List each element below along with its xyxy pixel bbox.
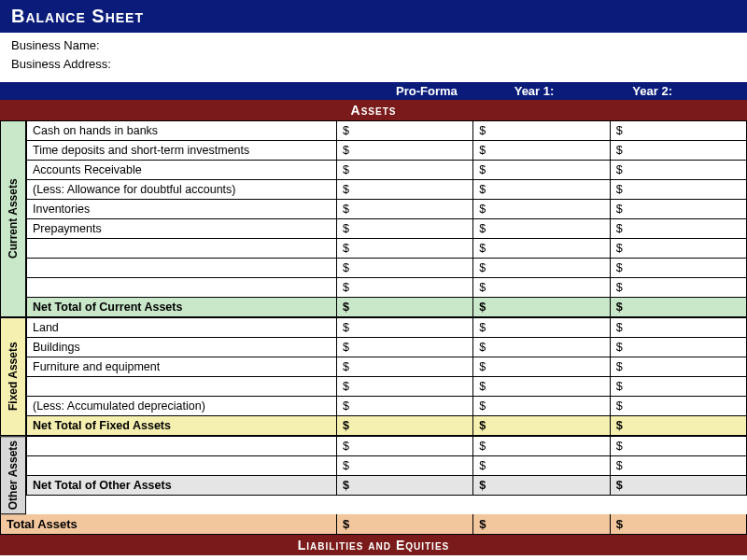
cell[interactable]: $ — [337, 357, 473, 376]
cell: $ — [337, 416, 473, 435]
table-row: $$$ — [26, 377, 747, 397]
row-desc: Accounts Receivable — [26, 161, 337, 179]
cell[interactable]: $ — [611, 180, 747, 199]
cell: $ — [611, 514, 747, 534]
cell[interactable]: $ — [473, 121, 610, 140]
row-desc: (Less: Allowance for doubtful accounts) — [26, 180, 337, 199]
cell: $ — [611, 476, 747, 495]
cell[interactable]: $ — [337, 141, 473, 160]
row-desc: Prepayments — [26, 219, 337, 238]
total-assets-label: Total Assets — [0, 514, 337, 534]
cell[interactable]: $ — [473, 180, 610, 199]
cell[interactable]: $ — [337, 259, 473, 277]
cell[interactable]: $ — [337, 318, 473, 337]
cell[interactable]: $ — [611, 318, 747, 337]
cell[interactable]: $ — [611, 259, 747, 277]
business-address-label: Business Address: — [11, 55, 736, 74]
row-desc[interactable] — [26, 456, 337, 475]
cell[interactable]: $ — [473, 239, 610, 258]
cell[interactable]: $ — [611, 357, 747, 376]
cell[interactable]: $ — [473, 456, 610, 475]
row-desc: (Less: Accumulated depreciation) — [26, 397, 337, 415]
cell[interactable]: $ — [473, 397, 610, 415]
cell[interactable]: $ — [611, 121, 747, 140]
cell[interactable]: $ — [473, 357, 610, 376]
row-desc: Time deposits and short-term investments — [26, 141, 337, 160]
row-desc: Furniture and equipment — [26, 357, 337, 376]
cell[interactable]: $ — [337, 219, 473, 238]
cell: $ — [473, 514, 610, 534]
table-row: Furniture and equipment$$$ — [26, 357, 747, 377]
cell[interactable]: $ — [611, 377, 747, 396]
cell[interactable]: $ — [473, 278, 610, 297]
cell[interactable]: $ — [473, 338, 610, 357]
cell[interactable]: $ — [473, 259, 610, 277]
row-desc[interactable] — [26, 239, 337, 258]
cell[interactable]: $ — [611, 278, 747, 297]
row-desc[interactable] — [26, 437, 337, 455]
net-fixed-assets: Net Total of Fixed Assets$$$ — [26, 416, 747, 436]
row-desc: Inventories — [26, 200, 337, 218]
cell[interactable]: $ — [611, 397, 747, 415]
cell[interactable]: $ — [337, 377, 473, 396]
cell[interactable]: $ — [473, 141, 610, 160]
row-desc[interactable] — [26, 377, 337, 396]
cell[interactable]: $ — [611, 200, 747, 218]
cell[interactable]: $ — [337, 239, 473, 258]
cell[interactable]: $ — [337, 278, 473, 297]
cell[interactable]: $ — [611, 161, 747, 179]
page-title: Balance Sheet — [11, 6, 736, 27]
cell[interactable]: $ — [337, 180, 473, 199]
cell[interactable]: $ — [611, 338, 747, 357]
title-bar: Balance Sheet — [0, 0, 747, 33]
group-label-fixed-assets: Fixed Assets — [0, 317, 26, 436]
cell[interactable]: $ — [337, 397, 473, 415]
net-current-assets: Net Total of Current Assets$$$ — [26, 298, 747, 317]
table-row: Cash on hands in banks$$$ — [26, 120, 747, 141]
row-desc: Cash on hands in banks — [26, 121, 337, 140]
cell[interactable]: $ — [473, 318, 610, 337]
table-row: Accounts Receivable$$$ — [26, 161, 747, 180]
group-fixed-assets: Fixed Assets Land$$$ Buildings$$$ Furnit… — [0, 317, 747, 436]
cell[interactable]: $ — [473, 200, 610, 218]
cell[interactable]: $ — [611, 239, 747, 258]
cell: $ — [473, 416, 610, 435]
cell: $ — [611, 298, 747, 316]
cell[interactable]: $ — [611, 141, 747, 160]
cell[interactable]: $ — [473, 161, 610, 179]
cell[interactable]: $ — [337, 200, 473, 218]
cell[interactable]: $ — [611, 219, 747, 238]
table-row: Land$$$ — [26, 317, 747, 338]
cell[interactable]: $ — [337, 161, 473, 179]
cell[interactable]: $ — [611, 456, 747, 475]
cell[interactable]: $ — [337, 338, 473, 357]
section-assets: Assets — [0, 100, 747, 120]
cell[interactable]: $ — [337, 437, 473, 455]
cell[interactable]: $ — [611, 437, 747, 455]
cell[interactable]: $ — [337, 121, 473, 140]
net-other-assets: Net Total of Other Assets$$$ — [26, 476, 747, 496]
table-row: Prepayments$$$ — [26, 219, 747, 239]
cell: $ — [473, 476, 610, 495]
table-row: $$$ — [26, 239, 747, 259]
group-label-current-assets: Current Assets — [0, 120, 26, 317]
table-row: (Less: Accumulated depreciation)$$$ — [26, 397, 747, 416]
group-other-assets: Other Assets $$$ $$$ Net Total of Other … — [0, 436, 747, 514]
table-row: Inventories$$$ — [26, 200, 747, 219]
cell[interactable]: $ — [337, 456, 473, 475]
group-current-assets: Current Assets Cash on hands in banks$$$… — [0, 120, 747, 317]
cell[interactable]: $ — [473, 437, 610, 455]
col-proforma: Pro-Forma — [392, 82, 511, 100]
net-label: Net Total of Fixed Assets — [26, 416, 337, 435]
net-label: Net Total of Other Assets — [26, 476, 337, 495]
cell: $ — [611, 416, 747, 435]
section-liabilities: Liabilities and Equities — [0, 535, 747, 555]
cell[interactable]: $ — [473, 219, 610, 238]
cell[interactable]: $ — [473, 377, 610, 396]
group-label-other-assets: Other Assets — [0, 436, 26, 514]
table-row: $$$ — [26, 456, 747, 476]
row-desc[interactable] — [26, 278, 337, 297]
table-row: $$$ — [26, 259, 747, 278]
cell: $ — [473, 298, 610, 316]
row-desc[interactable] — [26, 259, 337, 277]
